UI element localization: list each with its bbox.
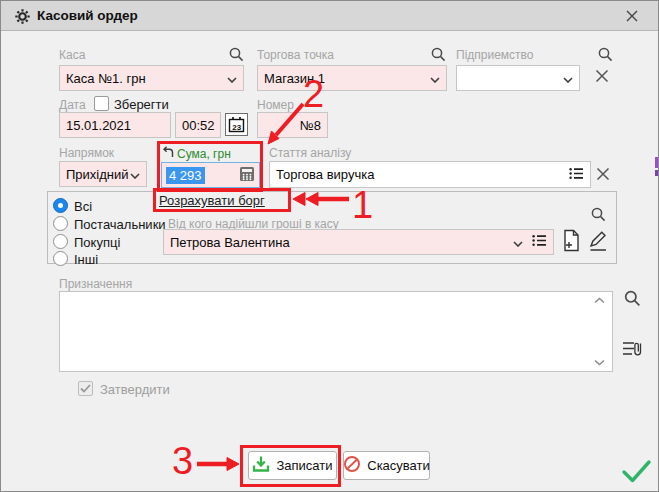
search-icon[interactable] [590, 206, 607, 223]
cash-order-window: Касовий ордер Каса Торгова точка Підприе… [0, 0, 659, 492]
keep-checkbox[interactable] [94, 96, 109, 111]
payer-value: Петрова Валентина [170, 235, 513, 250]
screen-artifact [655, 170, 659, 176]
time-value: 00:52 [182, 118, 215, 133]
shop-value: Магазин 1 [264, 71, 430, 86]
window-title: Касовий ордер [37, 1, 138, 31]
date-label: Дата [59, 98, 86, 112]
cancel-button-label: Скасувати [367, 458, 430, 473]
cancel-icon [343, 455, 361, 476]
calendar-button[interactable]: 23 [225, 113, 248, 136]
article-value: Торгова виручка [276, 167, 569, 182]
attachment-list-icon[interactable] [622, 339, 644, 359]
cancel-button[interactable]: Скасувати [343, 451, 430, 480]
calculator-icon[interactable] [239, 166, 255, 185]
close-icon[interactable] [625, 9, 639, 23]
radio-all-label: Всі [74, 199, 92, 214]
radio-suppliers[interactable] [53, 216, 68, 231]
kasa-label: Каса [59, 48, 85, 62]
chevron-down-icon [227, 71, 237, 86]
radio-buyers[interactable] [53, 234, 68, 249]
clear-x-icon[interactable] [595, 166, 611, 182]
date-field[interactable]: 15.01.2021 [59, 112, 171, 138]
chevron-down-icon [513, 235, 523, 250]
save-button-label: Записати [276, 458, 332, 473]
annotation-number-3: 3 [172, 442, 193, 480]
number-value: №8 [300, 118, 321, 133]
gear-icon [14, 8, 31, 25]
purpose-textarea[interactable] [59, 291, 613, 372]
clear-x-icon[interactable] [594, 68, 610, 84]
direction-label: Напрямок [59, 146, 114, 160]
undo-arrow-icon[interactable] [162, 146, 174, 158]
radio-others[interactable] [53, 251, 68, 266]
save-icon [252, 455, 270, 476]
radio-others-label: Інші [74, 252, 98, 267]
purpose-label: Призначення [59, 277, 132, 291]
keep-checkbox-label: Зберегти [114, 97, 169, 112]
direction-select[interactable]: Прихідний [59, 161, 147, 187]
scroll-up-icon[interactable] [594, 297, 605, 304]
payer-select[interactable]: Петрова Валентина [163, 229, 554, 255]
chevron-down-icon [130, 167, 140, 182]
article-field[interactable]: Торгова виручка [269, 161, 591, 188]
enterprise-label: Підприемство [456, 48, 534, 62]
sum-field[interactable]: 4 293 [161, 162, 260, 188]
confirm-check-icon[interactable] [621, 459, 652, 484]
sum-label: Сума, грн [177, 147, 231, 161]
search-icon[interactable] [597, 46, 614, 63]
shop-select[interactable]: Магазин 1 [257, 65, 447, 91]
chevron-down-icon [430, 71, 440, 86]
sum-value: 4 293 [166, 167, 205, 184]
date-value: 15.01.2021 [66, 118, 131, 133]
radio-all[interactable] [53, 198, 68, 213]
radio-buyers-label: Покупці [74, 235, 120, 250]
calculate-debt-link[interactable]: Розрахувати борг [159, 193, 265, 208]
radio-suppliers-label: Постачальники [74, 217, 166, 232]
number-label: Номер [257, 98, 294, 112]
approve-checkbox-label: Затвердити [100, 382, 170, 397]
search-icon[interactable] [228, 46, 245, 63]
calendar-day: 23 [232, 123, 241, 132]
list-select-icon[interactable] [569, 167, 584, 183]
direction-value: Прихідний [66, 167, 130, 182]
search-icon[interactable] [623, 289, 642, 308]
shop-label: Торгова точка [257, 48, 334, 62]
title-bar: Касовий ордер [1, 1, 658, 31]
article-label: Стаття аналізу [269, 146, 351, 160]
kasa-value: Каса №1. грн [66, 71, 227, 86]
edit-pencil-icon[interactable] [588, 229, 609, 252]
list-select-icon[interactable] [532, 234, 547, 250]
time-field[interactable]: 00:52 [175, 112, 221, 138]
new-document-icon[interactable] [562, 229, 581, 252]
chevron-down-icon [563, 71, 573, 86]
approve-checkbox [78, 381, 93, 396]
screen-artifact [655, 157, 659, 168]
search-icon[interactable] [430, 46, 447, 63]
enterprise-select[interactable] [456, 65, 580, 91]
number-field[interactable]: №8 [257, 112, 328, 138]
save-button[interactable]: Записати [248, 451, 337, 480]
scroll-down-icon[interactable] [594, 359, 605, 366]
kasa-select[interactable]: Каса №1. грн [59, 65, 244, 91]
